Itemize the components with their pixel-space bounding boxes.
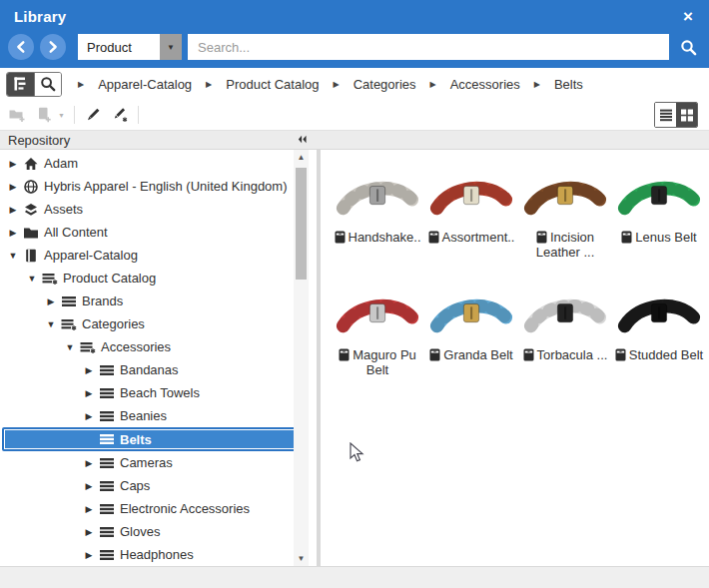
content-header (317, 131, 709, 149)
globe-icon (23, 179, 39, 195)
tree-item-product-catalog[interactable]: ▼ Product Catalog (0, 267, 317, 290)
tree-item-caps[interactable]: ▶ Caps (0, 474, 317, 497)
tree-item-bandanas[interactable]: ▶ Bandanas (0, 358, 317, 381)
product-name: Lenus Belt (635, 230, 696, 245)
breadcrumb-row: ▶ Apparel-Catalog ▶ Product Catalog ▶ Ca… (0, 68, 709, 100)
search-button[interactable] (675, 34, 701, 60)
catalog-icon (23, 248, 39, 264)
grid-view-icon (679, 107, 695, 123)
product-icon (428, 231, 439, 244)
tree-item-adam[interactable]: ▶ Adam (0, 152, 317, 175)
product-card[interactable]: Lenus Belt (612, 168, 706, 260)
caret-collapsed-icon[interactable]: ▶ (84, 411, 94, 421)
main-body: ▶ Adam ▶ Hybris Apparel - English (Unite… (0, 150, 709, 566)
caret-collapsed-icon[interactable]: ▶ (8, 228, 18, 238)
caret-expanded-icon[interactable]: ▼ (65, 342, 75, 352)
back-button[interactable] (8, 34, 34, 60)
tree-item-brands[interactable]: ▶ Brands (0, 290, 317, 312)
search-scope-select[interactable]: Product ▼ (78, 34, 182, 60)
product-card[interactable]: Studded Belt (612, 286, 706, 377)
caret-expanded-icon[interactable]: ▼ (27, 274, 37, 284)
tree-item-belts-selected[interactable]: Belts (2, 427, 303, 451)
category-icon (99, 501, 115, 517)
product-name: Assortment.. (442, 230, 515, 245)
product-card[interactable]: Maguro Pu Belt (331, 286, 424, 377)
edit-attributes-button[interactable] (111, 106, 129, 124)
tree-scrollbar[interactable]: ▲ ▼ (294, 150, 309, 566)
tree-item-headphones[interactable]: ▶ Headphones (0, 543, 317, 566)
product-card[interactable]: Torbacula ... (518, 286, 612, 377)
caret-collapsed-icon[interactable]: ▶ (8, 159, 18, 169)
category-icon (61, 294, 77, 309)
tree-item-categories[interactable]: ▼ Categories (0, 312, 317, 335)
tree-item-accessories[interactable]: ▼ Accessories (0, 335, 317, 358)
close-icon[interactable]: × (683, 8, 693, 25)
add-folder-button (8, 106, 26, 124)
forward-button[interactable] (40, 34, 66, 60)
caret-collapsed-icon[interactable]: ▶ (84, 504, 94, 514)
product-card[interactable]: Incision Leather ... (518, 168, 612, 260)
breadcrumb-item[interactable]: Categories (340, 77, 430, 92)
tree-item-apparel-catalog[interactable]: ▼ Apparel-Catalog (0, 244, 317, 267)
caret-expanded-icon[interactable]: ▼ (8, 251, 18, 261)
scroll-up-icon[interactable]: ▲ (298, 153, 306, 162)
caret-collapsed-icon[interactable]: ▶ (8, 182, 18, 192)
breadcrumb-item[interactable]: Apparel-Catalog (84, 77, 206, 92)
scroll-down-icon[interactable]: ▼ (298, 554, 306, 563)
tree-item-label: Belts (120, 432, 152, 447)
tree-item-label: All Content (44, 225, 108, 240)
category-icon (99, 385, 115, 401)
breadcrumb-item[interactable]: Belts (540, 77, 597, 92)
scrollbar-thumb[interactable] (296, 168, 307, 280)
tree-item-label: Adam (44, 156, 78, 171)
pencil-icon (85, 107, 101, 123)
caret-collapsed-icon[interactable]: ▶ (84, 365, 94, 375)
collapse-panel-button[interactable] (296, 133, 310, 147)
caret-collapsed-icon[interactable]: ▶ (84, 550, 94, 560)
tree-item-electronic-accessories[interactable]: ▶ Electronic Accessories (0, 497, 317, 520)
product-card[interactable]: Granda Belt (424, 286, 518, 377)
caret-expanded-icon[interactable]: ▼ (46, 319, 56, 329)
product-icon (339, 348, 350, 361)
product-card[interactable]: Handshake.. (331, 168, 424, 260)
tree-item-beanies[interactable]: ▶ Beanies (0, 404, 317, 427)
tree-item-assets[interactable]: ▶ Assets (0, 198, 317, 221)
tree-item-label: Headphones (120, 547, 194, 562)
view-toggle (654, 102, 698, 128)
tree-item-gloves[interactable]: ▶ Gloves (0, 520, 317, 543)
tree-item-label: Bandanas (120, 362, 179, 377)
tree-item-all-content[interactable]: ▶ All Content (0, 221, 317, 244)
tree-item-label: Brands (82, 294, 123, 308)
caret-collapsed-icon[interactable]: ▶ (84, 458, 94, 468)
caret-collapsed-icon[interactable]: ▶ (84, 388, 94, 398)
category-icon (99, 547, 115, 563)
search-mode-button[interactable] (34, 73, 61, 96)
product-label: Studded Belt (612, 347, 706, 362)
layers-icon (23, 202, 39, 218)
tree-item-label: Accessories (101, 339, 171, 354)
tree-item-beach-towels[interactable]: ▶ Beach Towels (0, 381, 317, 404)
grid-view-button[interactable] (676, 103, 697, 127)
breadcrumb-item[interactable]: Accessories (436, 77, 534, 92)
pencil-star-icon (112, 107, 128, 123)
list-view-button[interactable] (655, 103, 676, 127)
tree-item-hybris-apparel[interactable]: ▶ Hybris Apparel - English (United Kingd… (0, 175, 317, 198)
search-input[interactable] (188, 34, 669, 60)
product-card[interactable]: Assortment.. (424, 168, 518, 260)
tree-mode-button[interactable] (7, 73, 34, 96)
tree-item-label: Categories (82, 316, 145, 331)
caret-collapsed-icon[interactable]: ▶ (84, 481, 94, 491)
explorer-mode-toggle (6, 72, 62, 97)
category-icon (99, 431, 115, 447)
product-image (616, 286, 702, 345)
arrow-left-icon (14, 40, 28, 54)
breadcrumb-item[interactable]: Product Catalog (212, 77, 333, 92)
product-label: Granda Belt (424, 347, 518, 362)
tree-item-cameras[interactable]: ▶ Cameras (0, 451, 317, 474)
edit-button[interactable] (84, 106, 102, 124)
caret-collapsed-icon[interactable]: ▶ (46, 296, 56, 306)
chevron-down-icon[interactable]: ▼ (160, 34, 182, 60)
caret-collapsed-icon[interactable]: ▶ (8, 205, 18, 215)
caret-collapsed-icon[interactable]: ▶ (84, 527, 94, 537)
tree-item-label: Caps (120, 478, 150, 493)
